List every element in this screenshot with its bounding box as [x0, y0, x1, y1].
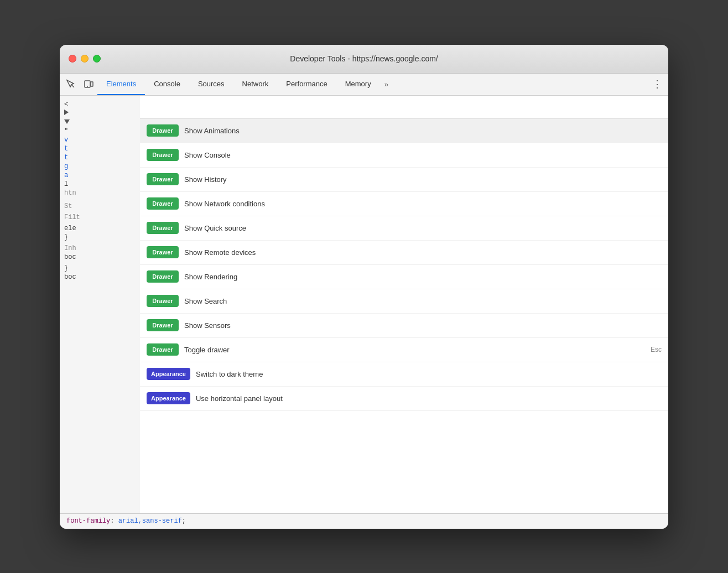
- css-colon: :: [110, 517, 118, 525]
- link-line-1: v: [60, 136, 143, 144]
- filter-label: Filt: [60, 213, 143, 222]
- badge-drawer: Drawer: [147, 124, 179, 137]
- devtools-window: Developer Tools - https://news.google.co…: [60, 45, 668, 529]
- element-selector: ele: [60, 224, 143, 233]
- link-line-3: t: [60, 153, 143, 162]
- device-icon[interactable]: [80, 75, 97, 93]
- badge-appearance: Appearance: [147, 368, 190, 380]
- list-item[interactable]: Drawer Show Sensors: [140, 314, 668, 338]
- brace-2: }: [60, 264, 143, 273]
- svg-line-0: [71, 85, 74, 87]
- item-label: Show History: [184, 175, 662, 184]
- list-item[interactable]: Drawer Toggle drawer Esc: [140, 338, 668, 362]
- list-item[interactable]: Drawer Show Rendering: [140, 265, 668, 289]
- maximize-button[interactable]: [93, 55, 101, 62]
- css-property: font-family: [66, 517, 110, 525]
- list-item[interactable]: Drawer Show Quick source: [140, 216, 668, 241]
- elements-panel: < " v t t g a l htn St Filt ele } Inh bo…: [60, 96, 144, 513]
- inspect-icon[interactable]: [62, 75, 80, 93]
- body-selector: boc: [60, 253, 143, 262]
- item-label: Show Remote devices: [184, 248, 662, 257]
- link-line-4: g: [60, 162, 143, 171]
- list-item[interactable]: Drawer Show Remote devices: [140, 241, 668, 265]
- item-label: Switch to dark theme: [196, 370, 662, 378]
- badge-appearance: Appearance: [147, 392, 190, 404]
- list-item[interactable]: Appearance Switch to dark theme: [140, 362, 668, 387]
- badge-drawer: Drawer: [147, 173, 179, 185]
- toolbar-menu-button[interactable]: ⋮: [648, 75, 666, 93]
- link-line-5: a: [60, 171, 143, 180]
- list-item[interactable]: Drawer Show History: [140, 168, 668, 192]
- svg-point-3: [87, 86, 88, 87]
- item-label: Show Rendering: [184, 273, 662, 281]
- list-item[interactable]: Drawer Show Animations: [140, 119, 668, 143]
- bottom-bar: font-family : arial,sans-serif ;: [60, 513, 668, 529]
- style-label: St: [60, 202, 143, 211]
- list-item[interactable]: Drawer Show Console: [140, 143, 668, 168]
- quote-line: ": [60, 127, 143, 136]
- badge-drawer: Drawer: [147, 149, 179, 161]
- tab-elements[interactable]: Elements: [97, 74, 145, 95]
- inherited-label: Inh: [60, 244, 143, 253]
- traffic-lights: [69, 55, 101, 62]
- minimize-button[interactable]: [81, 55, 89, 62]
- badge-drawer: Drawer: [147, 197, 179, 210]
- link-line-2: t: [60, 144, 143, 153]
- brace-1: }: [60, 233, 143, 242]
- item-shortcut: Esc: [651, 346, 662, 353]
- list-item[interactable]: Appearance Use horizontal panel layout: [140, 387, 668, 411]
- arrow-line: [60, 109, 143, 118]
- tab-performance[interactable]: Performance: [277, 74, 336, 95]
- tab-memory[interactable]: Memory: [336, 74, 380, 95]
- tab-network[interactable]: Network: [233, 74, 278, 95]
- badge-drawer: Drawer: [147, 246, 179, 258]
- css-semicolon: ;: [182, 517, 186, 525]
- tab-sources[interactable]: Sources: [189, 74, 233, 95]
- css-value: arial,sans-serif: [118, 517, 182, 525]
- list-item[interactable]: Drawer Show Search: [140, 289, 668, 314]
- badge-drawer: Drawer: [147, 343, 179, 356]
- list-item[interactable]: Drawer Show Network conditions: [140, 192, 668, 216]
- arrow-down-line: [60, 118, 143, 127]
- command-menu-overlay: Drawer Show Animations Drawer Show Conso…: [140, 96, 668, 513]
- item-label: Show Console: [184, 151, 662, 159]
- item-label: Use horizontal panel layout: [196, 394, 662, 403]
- search-row: [140, 96, 668, 119]
- badge-drawer: Drawer: [147, 222, 179, 234]
- item-label: Show Network conditions: [184, 200, 662, 208]
- tab-more[interactable]: »: [380, 74, 393, 95]
- close-button[interactable]: [69, 55, 76, 62]
- devtools-toolbar: Elements Console Sources Network Perform…: [60, 74, 668, 96]
- html-tag: htn: [60, 189, 143, 197]
- item-label: Show Search: [184, 297, 662, 305]
- devtools-content: < " v t t g a l htn St Filt ele } Inh bo…: [60, 96, 668, 513]
- item-label: Show Sensors: [184, 321, 662, 330]
- toolbar-tabs: Elements Console Sources Network Perform…: [97, 74, 648, 95]
- dropdown-list: Drawer Show Animations Drawer Show Conso…: [140, 119, 668, 513]
- html-line: <: [60, 100, 143, 109]
- body-selector-2: boc: [60, 273, 143, 282]
- command-search-input[interactable]: [147, 102, 662, 111]
- item-label: Show Animations: [184, 127, 662, 135]
- badge-drawer: Drawer: [147, 295, 179, 307]
- badge-drawer: Drawer: [147, 319, 179, 331]
- badge-drawer: Drawer: [147, 270, 179, 283]
- item-label: Show Quick source: [184, 224, 662, 232]
- tab-console[interactable]: Console: [145, 74, 189, 95]
- window-title: Developer Tools - https://news.google.co…: [290, 54, 438, 63]
- item-label: Toggle drawer: [184, 346, 651, 354]
- svg-rect-2: [91, 82, 93, 86]
- link-line-6: l: [60, 180, 143, 189]
- title-bar: Developer Tools - https://news.google.co…: [60, 45, 668, 74]
